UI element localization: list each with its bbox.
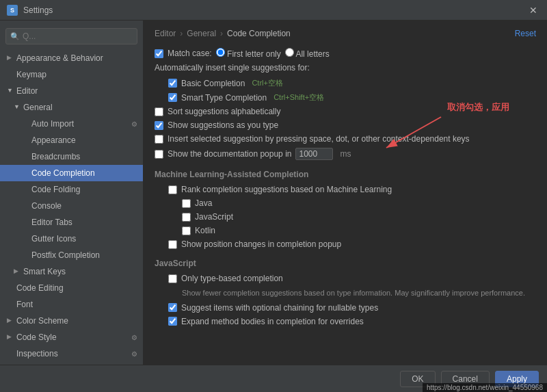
doc-popup-label: Show the documentation popup in — [168, 149, 291, 159]
ml-rank-row: Rank completion suggestions based on Mac… — [168, 185, 536, 194]
main-layout: 🔍 ▶ Appearance & Behavior Keymap ▼ Edito… — [0, 21, 547, 365]
basic-completion-row: Basic Completion Ctrl+空格 — [168, 78, 536, 88]
sidebar-item-label: Code Style — [16, 331, 57, 343]
basic-completion-label: Basic Completion — [181, 79, 245, 88]
match-case-checkbox[interactable] — [155, 49, 163, 58]
sidebar-item-general[interactable]: ▼ General — [0, 99, 143, 116]
match-case-label: Match case: — [168, 49, 212, 58]
sidebar-item-code-editing[interactable]: Code Editing — [0, 280, 143, 296]
sidebar-item-label: Smart Keys — [23, 265, 66, 278]
sidebar-item-font[interactable]: Font — [0, 296, 143, 313]
smart-completion-checkbox[interactable] — [168, 93, 177, 102]
js-optional-chain-label: Suggest items with optional chaining for… — [181, 303, 378, 313]
sidebar-item-editor-tabs[interactable]: Editor Tabs — [0, 214, 143, 231]
show-suggestions-checkbox[interactable] — [155, 121, 163, 130]
breadcrumb-sep2: › — [220, 29, 223, 38]
js-optional-chain-row: Suggest items with optional chaining for… — [168, 303, 536, 313]
sidebar-item-appearance[interactable]: Appearance — [0, 132, 143, 148]
ml-position-checkbox[interactable] — [168, 240, 177, 249]
breadcrumb-general: General — [187, 29, 216, 38]
sidebar-item-console[interactable]: Console — [0, 198, 143, 214]
auto-insert-label: Automatically insert single suggestions … — [155, 63, 536, 73]
sidebar-item-postfix-completion[interactable]: Postfix Completion — [0, 247, 143, 263]
sidebar-item-label: General — [23, 101, 53, 114]
ml-kotlin-checkbox[interactable] — [182, 226, 191, 235]
ml-js-checkbox[interactable] — [182, 213, 191, 222]
first-letter-radio[interactable] — [216, 48, 225, 57]
js-only-type-row: Only type-based completion — [168, 274, 536, 283]
sidebar-item-label: Auto Import — [31, 118, 74, 130]
sidebar-item-label: Editor Tabs — [31, 216, 72, 228]
search-icon: 🔍 — [10, 32, 20, 41]
js-optional-chain-checkbox[interactable] — [168, 303, 177, 312]
sidebar-item-code-style[interactable]: ▶ Code Style ⚙ — [0, 329, 143, 345]
arrow-icon — [7, 70, 14, 79]
config-icon: ⚙ — [131, 332, 137, 343]
ml-java-label: Java — [195, 198, 212, 208]
arrow-icon — [22, 218, 29, 227]
sidebar-item-label: File and Code Templates — [16, 364, 107, 365]
ml-kotlin-row: Kotlin — [182, 226, 536, 235]
sidebar-item-label: Appearance — [31, 134, 76, 146]
sort-suggestions-checkbox[interactable] — [155, 107, 163, 116]
sidebar-item-editor[interactable]: ▼ Editor — [0, 83, 143, 99]
search-box[interactable]: 🔍 — [5, 28, 137, 44]
arrow-icon — [22, 135, 29, 145]
sidebar-item-appearance-behavior[interactable]: ▶ Appearance & Behavior — [0, 50, 143, 66]
arrow-icon — [22, 201, 29, 211]
ml-rank-checkbox[interactable] — [168, 185, 177, 194]
search-input[interactable] — [23, 31, 133, 41]
auto-insert-options: Basic Completion Ctrl+空格 Smart Type Comp… — [155, 78, 536, 103]
config-icon: ⚙ — [131, 119, 137, 129]
sidebar-item-keymap[interactable]: Keymap — [0, 66, 143, 83]
sidebar-item-smart-keys[interactable]: ▶ Smart Keys — [0, 263, 143, 280]
doc-popup-input[interactable] — [295, 148, 333, 160]
sidebar-item-label: Postfix Completion — [31, 249, 100, 261]
all-letters-radio-label[interactable]: All letters — [285, 48, 330, 59]
sidebar-item-label: Keymap — [16, 68, 46, 81]
breadcrumb: Editor › General › Code Completion Reset — [155, 29, 536, 38]
sidebar-item-label: Appearance & Behavior — [16, 52, 103, 64]
reset-link[interactable]: Reset — [515, 29, 536, 38]
doc-popup-row: Show the documentation popup in ms — [155, 148, 536, 160]
sidebar-item-code-completion[interactable]: Code Completion — [0, 165, 143, 181]
ml-java-row: Java — [182, 198, 536, 208]
match-case-row: Match case: First letter only All letter… — [155, 48, 536, 59]
js-section-header: JavaScript — [155, 259, 536, 268]
js-only-type-checkbox[interactable] — [168, 274, 177, 283]
app-icon: S — [7, 5, 18, 16]
sidebar-item-gutter-icons[interactable]: Gutter Icons — [0, 231, 143, 247]
watermark: https://blog.csdn.net/weixin_44550968 — [423, 383, 547, 392]
breadcrumb-editor: Editor — [155, 29, 176, 38]
first-letter-label: First letter only — [227, 49, 281, 59]
ml-java-checkbox[interactable] — [182, 199, 191, 208]
sidebar-item-label: Gutter Icons — [31, 233, 76, 245]
sidebar-item-file-code-templates[interactable]: File and Code Templates ⚙ — [0, 362, 143, 365]
show-suggestions-label: Show suggestions as you type — [168, 120, 278, 130]
basic-completion-checkbox[interactable] — [168, 79, 177, 88]
breadcrumb-current: Code Completion — [227, 29, 291, 38]
ml-kotlin-label: Kotlin — [195, 226, 215, 235]
sort-suggestions-row: Sort suggestions alphabetically — [155, 107, 536, 116]
arrow-icon — [7, 300, 14, 309]
sidebar-item-label: Code Editing — [16, 282, 64, 294]
sidebar-item-breadcrumbs[interactable]: Breadcrumbs — [0, 148, 143, 165]
sidebar-item-inspections[interactable]: Inspections ⚙ — [0, 345, 143, 362]
arrow-icon — [7, 283, 14, 293]
arrow-icon — [7, 349, 14, 358]
js-expand-method-checkbox[interactable] — [168, 317, 177, 326]
js-only-type-label: Only type-based completion — [181, 274, 283, 283]
sidebar-item-code-folding[interactable]: Code Folding — [0, 181, 143, 198]
doc-popup-checkbox[interactable] — [155, 150, 163, 159]
sidebar-item-label: Inspections — [16, 348, 58, 360]
sidebar-item-label: Breadcrumbs — [31, 151, 80, 163]
sidebar-item-color-scheme[interactable]: ▶ Color Scheme — [0, 313, 143, 329]
sidebar-item-auto-import[interactable]: Auto Import ⚙ — [0, 116, 143, 132]
sidebar-item-label: Code Completion — [31, 167, 95, 179]
all-letters-radio[interactable] — [285, 48, 294, 57]
insert-selected-checkbox[interactable] — [155, 135, 163, 144]
close-button[interactable]: ✕ — [526, 3, 540, 17]
arrow-icon — [22, 250, 29, 260]
basic-shortcut: Ctrl+空格 — [252, 78, 283, 88]
first-letter-radio-label[interactable]: First letter only — [216, 48, 281, 59]
